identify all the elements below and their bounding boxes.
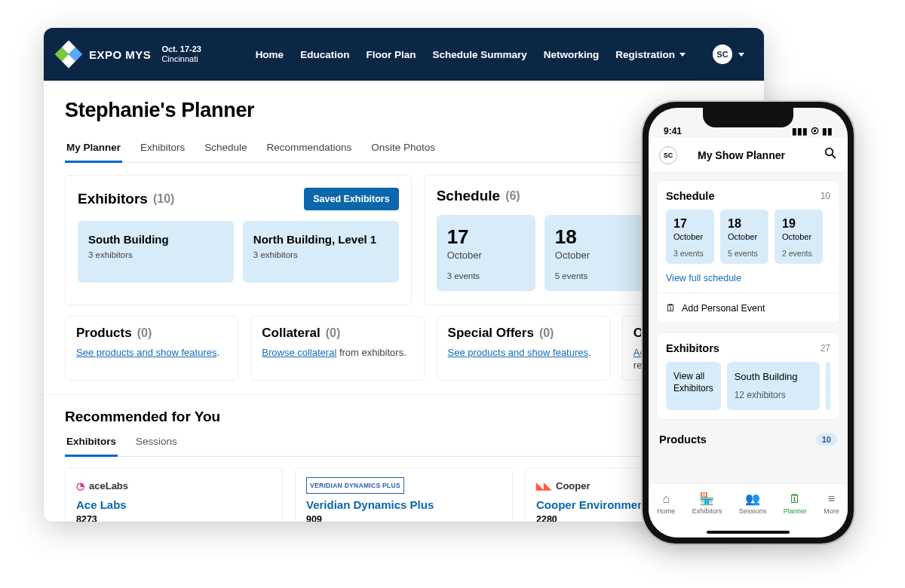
wifi-icon: ⦿ [811,127,819,136]
schedule-day: 18 [555,227,633,247]
mobile-exhibitors-head: Exhibitors 27 [666,342,830,354]
rec-tab-sessions[interactable]: Sessions [134,430,179,456]
exhibitor-card-title: North Building, Level 1 [253,233,388,246]
collateral-panel: Collateral (0) Browse collateral from ex… [250,316,424,381]
page-title: Stephanie's Planner [65,99,743,122]
tab-onsite-photos[interactable]: Onsite Photos [370,136,437,162]
schedule-month: October [555,250,633,261]
mobile-exh-chip-viewall[interactable]: View all Exhibitors [666,362,721,410]
nav-education[interactable]: Education [300,49,349,60]
chip-line1: View all [673,371,713,383]
calendar-icon: 🗓 [666,302,676,314]
mobile-topbar: SC My Show Planner [649,138,848,173]
brand-logo-icon [55,41,83,69]
mobile-schedule-title: Schedule [666,190,714,202]
event-dates: Oct. 17-23 [161,44,201,54]
exhibitor-card-north[interactable]: North Building, Level 1 3 exhibitors [243,221,399,283]
mobile-schedule-chip[interactable]: 19 October 2 events [775,210,823,264]
tab-label: Sessions [739,507,767,515]
offers-title: Special Offers (0) [448,326,599,341]
svg-point-0 [826,149,833,156]
mobile-view-full-schedule[interactable]: View full schedule [666,273,830,283]
mobile-tab-home[interactable]: ⌂ Home [657,493,675,515]
chip-month: October [728,232,761,241]
schedule-events: 5 events [555,271,633,280]
rec-code: 909 [306,514,502,522]
nav-networking[interactable]: Networking [544,49,600,60]
mobile-exh-chip-south[interactable]: South Building 12 exhibitors [727,362,820,410]
nav-home[interactable]: Home [256,49,284,60]
recommended-title: Recommended for You [65,409,743,425]
products-link[interactable]: See products and show features [76,347,216,358]
mobile-exhibitors-card: Exhibitors 27 View all Exhibitors South … [656,332,840,420]
rec-card-veridian[interactable]: VERIDIAN DYNAMICS PLUS Veridian Dynamics… [295,467,513,522]
exhibitor-subcards: South Building 3 exhibitors North Buildi… [78,221,399,283]
panel-row-1: Exhibitors (10) Saved Exhibitors South B… [65,175,743,305]
search-icon[interactable] [824,146,837,164]
offers-count: (0) [539,326,554,340]
profile-menu[interactable]: SC [713,44,744,64]
mobile-schedule-chip[interactable]: 18 October 5 events [720,210,768,264]
mobile-schedule-chip[interactable]: 17 October 3 events [666,210,714,264]
nav-registration[interactable]: Registration [615,49,686,60]
signal-icon: ▮▮▮ [792,126,808,136]
avatar: SC [713,44,732,64]
offers-tail: . [588,347,591,358]
chip-month: October [673,232,707,241]
offers-link[interactable]: See products and show features [448,347,588,358]
nav-registration-label: Registration [615,49,675,60]
offers-body: See products and show features. [448,347,599,358]
mobile-tab-sessions[interactable]: 👥 Sessions [739,493,767,515]
products-panel: Products (0) See products and show featu… [65,316,238,381]
event-city: Cincinnati [161,54,201,64]
schedule-card-17[interactable]: 17 October 3 events [437,215,535,291]
event-info: Oct. 17-23 Cincinnati [161,44,201,64]
status-icons: ▮▮▮ ⦿ ▮▮ [792,126,833,136]
collateral-title: Collateral (0) [262,326,413,341]
mobile-tab-exhibitors[interactable]: 🏪 Exhibitors [692,493,722,515]
exhibitor-card-sub: 3 exhibitors [88,250,223,259]
exhibitors-panel: Exhibitors (10) Saved Exhibitors South B… [65,175,412,305]
collateral-link[interactable]: Browse collateral [262,347,336,358]
nav-floor-plan[interactable]: Floor Plan [366,49,416,60]
mobile-products-title: Products [659,433,707,446]
panel-row-2: Products (0) See products and show featu… [65,316,743,381]
collateral-body: Browse collateral from exhibitors. [262,347,413,358]
tab-label: More [824,507,839,515]
header-nav: Home Education Floor Plan Schedule Summa… [256,49,686,60]
mobile-exhibitors-title: Exhibitors [666,342,719,354]
mobile-products-head: Products 10 [659,433,837,446]
tab-recommendations[interactable]: Recommendations [265,136,354,162]
products-title-text: Products [76,326,132,341]
svg-line-1 [832,155,836,158]
rec-logo: ◔aceLabs [76,477,272,494]
mobile-tab-planner[interactable]: 🗓 Planner [784,493,807,515]
rec-card-acelabs[interactable]: ◔aceLabs Ace Labs 8273 [65,467,283,522]
schedule-day: 17 [447,227,525,247]
mobile-content[interactable]: Schedule 10 17 October 3 events 18 Octob… [649,173,848,483]
collateral-title-text: Collateral [262,326,320,341]
chip-day: 17 [673,217,707,231]
mobile-schedule-head: Schedule 10 [666,190,830,202]
mobile-add-personal-label: Add Personal Event [682,303,765,314]
exhibitor-card-south[interactable]: South Building 3 exhibitors [78,221,234,283]
exhibitors-panel-head: Exhibitors (10) Saved Exhibitors [78,188,399,210]
tab-label: Home [657,507,675,515]
mobile-tab-more[interactable]: ≡ More [824,493,839,515]
brand-suffix: MYS [125,48,151,61]
tab-my-planner[interactable]: My Planner [65,136,122,163]
chip-day: 18 [728,217,761,231]
mobile-tabbar: ⌂ Home 🏪 Exhibitors 👥 Sessions 🗓 Planner… [649,483,848,527]
rec-tab-exhibitors[interactable]: Exhibitors [65,430,118,457]
tab-schedule[interactable]: Schedule [203,136,248,162]
mobile-exh-chip-overflow[interactable] [826,362,830,410]
rec-logo-text: aceLabs [89,480,128,492]
chip-events: 2 events [782,249,815,258]
tab-exhibitors[interactable]: Exhibitors [139,136,186,162]
saved-exhibitors-button[interactable]: Saved Exhibitors [304,188,398,210]
products-body: See products and show features. [76,347,227,358]
mobile-add-personal-event[interactable]: 🗓 Add Personal Event [657,292,839,314]
offers-title-text: Special Offers [448,326,534,341]
nav-schedule-summary[interactable]: Schedule Summary [432,49,526,60]
schedule-card-18[interactable]: 18 October 5 events [545,215,643,291]
